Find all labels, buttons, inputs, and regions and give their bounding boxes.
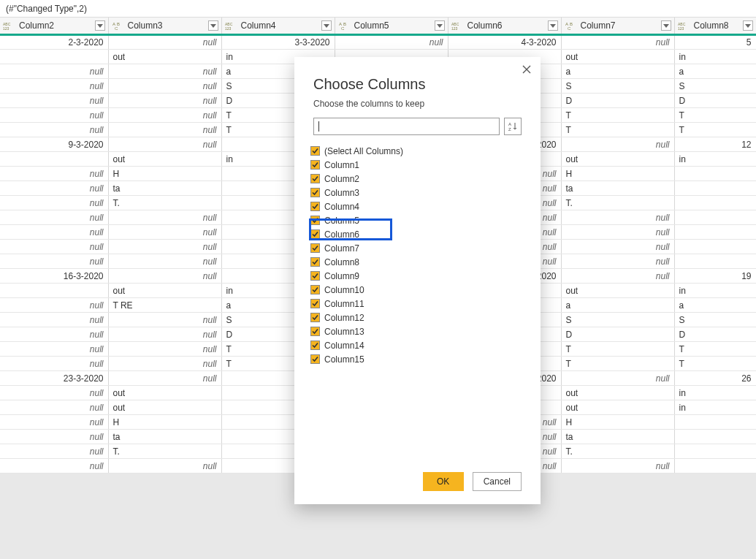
column-header[interactable]: ABC123Column8 — [674, 18, 756, 35]
checkbox-icon[interactable] — [310, 188, 320, 197]
table-cell[interactable]: 26 — [674, 371, 756, 386]
table-cell[interactable]: null — [561, 459, 674, 474]
any-type-icon[interactable]: ABC123 — [678, 20, 691, 31]
checkbox-icon[interactable] — [310, 327, 320, 336]
table-cell[interactable]: null — [0, 313, 108, 327]
table-cell[interactable]: S — [674, 79, 756, 94]
table-cell[interactable]: S — [561, 79, 674, 94]
table-cell[interactable]: null — [108, 64, 221, 79]
cancel-button[interactable]: Cancel — [473, 472, 522, 491]
table-cell[interactable]: T — [561, 123, 674, 137]
checkbox-icon[interactable] — [310, 299, 320, 308]
table-cell[interactable]: T RE — [108, 298, 221, 313]
table-cell[interactable]: null — [0, 240, 108, 254]
column-list-item[interactable]: Column6 — [308, 227, 527, 241]
table-cell[interactable]: 2-3-2020 — [0, 35, 108, 50]
table-cell[interactable]: 19 — [674, 269, 756, 284]
any-type-icon[interactable]: ABC123 — [3, 20, 16, 31]
table-cell[interactable]: T — [674, 108, 756, 123]
table-cell[interactable]: a — [561, 298, 674, 313]
checkbox-icon[interactable] — [310, 216, 320, 225]
table-cell[interactable]: null — [108, 342, 221, 357]
column-list-item[interactable]: Column13 — [308, 324, 527, 338]
table-cell[interactable]: null — [335, 35, 448, 50]
column-list-item[interactable]: Column10 — [308, 283, 527, 297]
table-cell[interactable]: T. — [561, 196, 674, 210]
checkbox-icon[interactable] — [310, 229, 320, 239]
column-list-item[interactable]: Column15 — [308, 352, 527, 366]
table-cell[interactable]: null — [108, 459, 221, 474]
column-header[interactable]: ABC123Column2 — [0, 18, 108, 35]
any-type-icon[interactable]: ABC123 — [451, 20, 465, 31]
table-cell[interactable]: null — [561, 225, 674, 240]
column-list-item[interactable]: Column9 — [308, 269, 527, 283]
table-cell[interactable]: T. — [108, 196, 221, 210]
column-list-item[interactable]: Column3 — [308, 186, 527, 199]
table-cell[interactable] — [674, 225, 756, 240]
table-cell[interactable]: null — [0, 181, 108, 196]
table-cell[interactable] — [674, 181, 756, 196]
ok-button[interactable]: OK — [423, 472, 464, 491]
table-cell[interactable]: null — [0, 167, 108, 181]
table-cell[interactable]: D — [674, 327, 756, 342]
table-cell[interactable]: null — [108, 357, 221, 371]
table-cell[interactable]: H — [561, 415, 674, 430]
table-cell[interactable]: T. — [108, 444, 221, 459]
table-cell[interactable]: 23-3-2020 — [0, 371, 108, 386]
table-cell[interactable]: null — [0, 342, 108, 357]
checkbox-icon[interactable] — [310, 160, 320, 170]
table-cell[interactable]: null — [0, 430, 108, 444]
table-cell[interactable]: out — [561, 152, 674, 167]
column-list-item[interactable]: Column5 — [308, 213, 527, 227]
column-list-item[interactable]: Column8 — [308, 255, 527, 269]
table-cell[interactable] — [674, 210, 756, 225]
table-cell[interactable]: out — [561, 50, 674, 64]
table-cell[interactable] — [674, 167, 756, 181]
column-list-item[interactable]: Column12 — [308, 311, 527, 324]
table-cell[interactable] — [0, 152, 108, 167]
table-cell[interactable]: out — [108, 386, 221, 400]
table-cell[interactable]: null — [561, 137, 674, 152]
table-cell[interactable]: null — [108, 210, 221, 225]
table-cell[interactable]: null — [0, 94, 108, 108]
table-cell[interactable]: 4-3-2020 — [448, 35, 561, 50]
table-cell[interactable]: in — [674, 386, 756, 400]
text-type-icon[interactable]: ABC — [565, 20, 578, 31]
column-list-item[interactable]: Column14 — [308, 338, 527, 352]
table-cell[interactable]: null — [0, 254, 108, 269]
table-cell[interactable]: ta — [561, 430, 674, 444]
table-cell[interactable]: D — [561, 327, 674, 342]
table-cell[interactable]: out — [108, 152, 221, 167]
table-cell[interactable]: null — [0, 459, 108, 474]
table-cell[interactable]: null — [0, 108, 108, 123]
table-cell[interactable]: ta — [561, 181, 674, 196]
table-cell[interactable]: null — [108, 240, 221, 254]
table-cell[interactable] — [674, 459, 756, 474]
table-cell[interactable] — [674, 415, 756, 430]
table-cell[interactable]: 9-3-2020 — [0, 137, 108, 152]
search-input[interactable] — [313, 118, 500, 135]
table-cell[interactable]: D — [561, 94, 674, 108]
checkbox-icon[interactable] — [310, 202, 320, 211]
close-icon[interactable] — [520, 63, 533, 76]
table-cell[interactable]: null — [0, 415, 108, 430]
filter-dropdown-icon[interactable] — [548, 20, 558, 31]
column-header[interactable]: ABCColumn3 — [108, 18, 221, 35]
filter-dropdown-icon[interactable] — [661, 20, 671, 31]
column-list-item[interactable]: Column11 — [308, 297, 527, 311]
table-cell[interactable]: null — [561, 269, 674, 284]
table-cell[interactable]: ta — [108, 430, 221, 444]
table-cell[interactable]: D — [674, 94, 756, 108]
filter-dropdown-icon[interactable] — [743, 20, 753, 31]
table-cell[interactable]: null — [0, 386, 108, 400]
filter-dropdown-icon[interactable] — [208, 20, 218, 31]
table-cell[interactable]: out — [108, 50, 221, 64]
table-cell[interactable]: a — [674, 64, 756, 79]
checkbox-icon[interactable] — [310, 341, 320, 350]
table-cell[interactable]: 5 — [674, 35, 756, 50]
any-type-icon[interactable]: ABC123 — [225, 20, 238, 31]
table-cell[interactable]: T — [674, 123, 756, 137]
table-cell[interactable]: null — [0, 123, 108, 137]
table-cell[interactable]: T — [561, 342, 674, 357]
table-cell[interactable]: null — [0, 400, 108, 415]
